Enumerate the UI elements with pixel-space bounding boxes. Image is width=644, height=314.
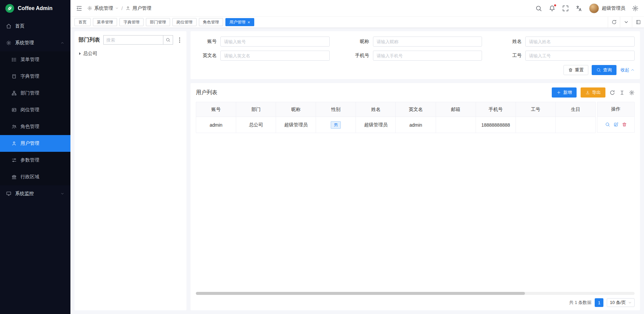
tab-home[interactable]: 首页 [74,18,91,26]
english-name-input[interactable] [220,51,330,61]
col-account: 账号 [196,102,236,117]
department-search [103,35,173,45]
page-size-select[interactable]: 10 条/页 [607,298,635,307]
sidebar-item-user-management[interactable]: 用户管理 [0,135,70,152]
main-column: 系统管理 / 用户管理 超级管理员 [70,0,644,314]
fullscreen-icon[interactable] [562,5,569,12]
caret-right-icon[interactable] [79,52,81,55]
filter-card: 账号 昵称 姓名 英文名 [191,31,640,79]
edit-icon[interactable] [613,122,619,127]
department-panel-header: 部门列表 [78,35,182,45]
sidebar-item-home[interactable]: 首页 [0,18,70,35]
sidebar-item-label: 角色管理 [20,124,39,130]
tab-user-management[interactable]: 用户管理 × [225,18,254,26]
row-height-icon[interactable] [619,90,625,96]
tree-item-head-office[interactable]: 总公司 [79,49,182,58]
close-icon[interactable]: × [248,20,250,24]
logo: Coffee Admin [0,0,70,16]
horizontal-scrollbar [196,292,635,295]
field-account: 账号 [196,37,330,47]
topbar-actions: 超级管理员 [535,3,639,13]
tab-dictionary-management[interactable]: 字典管理 [119,18,144,26]
sliders-icon [11,158,17,163]
breadcrumb-item-system[interactable]: 系统管理 [87,5,119,11]
delete-icon[interactable] [622,122,627,127]
filter-form: 账号 昵称 姓名 英文名 [196,37,635,61]
horizontal-scrollbar-thumb[interactable] [196,292,525,295]
search-button[interactable]: 查询 [592,65,616,75]
cell-gender: 男 [316,117,356,133]
refresh-tab-button[interactable] [608,17,620,27]
collapse-filter-link[interactable]: 收起 [621,67,635,73]
sidebar-item-dictionary-management[interactable]: 字典管理 [0,68,70,85]
phone-input[interactable] [373,51,482,61]
field-nickname: 昵称 [348,37,482,47]
field-label: 工号 [501,53,522,59]
settings-gear-icon[interactable] [632,5,639,12]
refresh-icon[interactable] [609,90,615,96]
page-button-1[interactable]: 1 [595,298,603,307]
table-empty-area [196,133,635,292]
sidebar-item-label: 参数管理 [20,157,39,163]
export-button[interactable]: 导出 [581,87,605,98]
department-panel: 部门列表 总公司 [74,31,186,310]
sidebar-item-system-management[interactable]: 系统管理 [0,35,70,51]
layout-toggle-button[interactable] [632,17,644,27]
collapse-sidebar-icon[interactable] [76,5,83,12]
sidebar-item-parameter-management[interactable]: 参数管理 [0,152,70,169]
chevron-up-icon [60,41,64,45]
field-phone: 手机号 [348,51,482,61]
tab-position-management[interactable]: 岗位管理 [172,18,197,26]
add-user-button[interactable]: 新增 [552,87,577,98]
sidebar-item-position-management[interactable]: 岗位管理 [0,102,70,118]
search-icon[interactable] [535,5,542,12]
nickname-input[interactable] [373,37,482,47]
account-input[interactable] [220,37,330,47]
gear-icon [6,40,11,46]
tab-department-management[interactable]: 部门管理 [146,18,170,26]
app-root: Coffee Admin 首页 系统管理 菜单管理 字典管理 [0,0,644,314]
breadcrumb-label: 用户管理 [132,5,151,11]
translate-icon[interactable] [576,5,582,12]
column-settings-gear-icon[interactable] [629,90,635,96]
tab-options-button[interactable] [620,17,632,27]
org-chart-icon [11,90,17,96]
sidebar-item-menu-management[interactable]: 菜单管理 [0,51,70,68]
sidebar-item-system-monitor[interactable]: 系统监控 [0,185,70,202]
cell-employee-id [516,117,555,133]
notifications-bell-icon[interactable] [549,5,555,12]
filter-actions: 重置 查询 收起 [196,65,635,75]
refresh-icon [611,19,617,25]
avatar [589,3,599,13]
view-icon[interactable] [605,122,610,127]
col-email: 邮箱 [436,102,476,117]
name-input[interactable] [525,37,635,47]
department-search-button[interactable] [163,35,173,45]
chevron-down-icon [624,19,629,25]
department-more-button[interactable] [176,35,182,45]
reset-button[interactable]: 重置 [564,65,588,75]
user-menu[interactable]: 超级管理员 [589,3,625,13]
employee-id-input[interactable] [525,51,635,61]
field-employee-id: 工号 [501,51,635,61]
breadcrumb-item-user[interactable]: 用户管理 [125,5,151,11]
layout-icon [636,19,641,25]
col-department: 部门 [236,102,276,117]
trash-icon [568,68,573,72]
dictionary-icon [11,74,17,79]
sidebar-item-role-management[interactable]: 角色管理 [0,118,70,135]
col-name: 姓名 [356,102,396,117]
field-label: 手机号 [348,53,369,59]
chevron-down-icon [115,6,119,10]
sidebar-item-admin-region[interactable]: 行政区域 [0,169,70,185]
sidebar-item-department-management[interactable]: 部门管理 [0,85,70,102]
tab-role-management[interactable]: 角色管理 [199,18,223,26]
tab-menu-management[interactable]: 菜单管理 [93,18,117,26]
tabbar: 首页 菜单管理 字典管理 部门管理 岗位管理 角色管理 用户管理 × [70,16,644,27]
department-search-input[interactable] [103,35,163,45]
cell-name: 超级管理员 [356,117,396,133]
col-phone: 手机号 [476,102,516,117]
row-actions [597,117,635,133]
vertical-dots-icon [179,40,180,41]
field-english-name: 英文名 [196,51,330,61]
